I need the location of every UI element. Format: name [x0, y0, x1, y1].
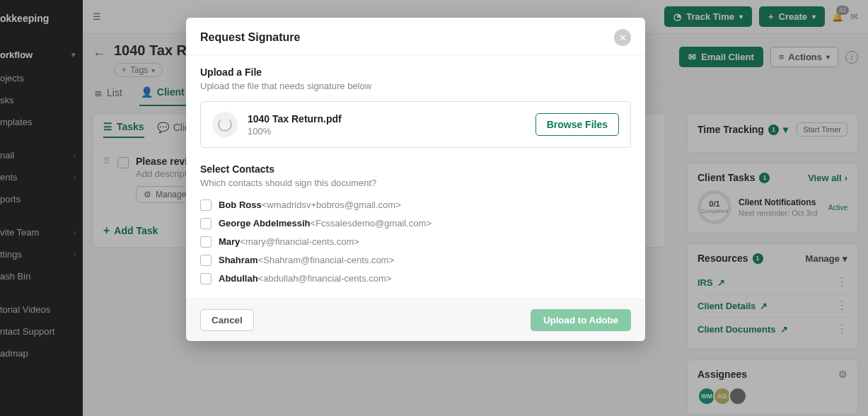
upload-subheading: Upload the file that needs signature bel… — [200, 81, 631, 91]
close-icon: ✕ — [619, 33, 627, 43]
contact-name: Shahram — [219, 255, 258, 265]
contact-item[interactable]: George Abdelmessih<Fcssalesdemo@gmail.co… — [200, 214, 631, 232]
file-upload-box: 1040 Tax Return.pdf 100% Browse Files — [200, 101, 631, 148]
contacts-section: Select Contacts Which contacts should si… — [200, 163, 631, 287]
contacts-subheading: Which contacts should sign this document… — [200, 178, 631, 188]
request-signature-modal: Request Signature ✕ Upload a File Upload… — [186, 18, 645, 341]
modal-footer: Cancel Upload to Adobe — [186, 299, 645, 341]
contact-email: <wmadridsv+bobros@gmail.com> — [262, 200, 401, 210]
contacts-heading: Select Contacts — [200, 163, 631, 175]
modal-header: Request Signature ✕ — [186, 18, 645, 55]
contact-email: <abdullah@financial-cents.com> — [258, 273, 392, 284]
modal-body: Upload a File Upload the file that needs… — [186, 55, 645, 299]
cancel-button[interactable]: Cancel — [200, 309, 254, 331]
contact-item[interactable]: Mary<mary@financial-cents.com> — [200, 232, 631, 250]
close-button[interactable]: ✕ — [614, 29, 631, 46]
contact-item[interactable]: Abdullah<abdullah@financial-cents.com> — [200, 269, 631, 287]
contact-item[interactable]: Shahram<Shahram@financial-cents.com> — [200, 250, 631, 269]
contact-name: Mary — [219, 236, 240, 247]
file-progress: 100% — [248, 126, 342, 137]
upload-to-adobe-button[interactable]: Upload to Adobe — [531, 309, 631, 331]
contact-name: Abdullah — [219, 273, 258, 284]
contact-checkbox[interactable] — [200, 200, 212, 211]
contact-email: <Shahram@financial-cents.com> — [258, 255, 394, 265]
contact-name: George Abdelmessih — [219, 218, 311, 229]
spinner-icon — [212, 112, 238, 137]
contact-email: <Fcssalesdemo@gmail.com> — [311, 218, 432, 229]
contact-checkbox[interactable] — [200, 218, 212, 229]
upload-heading: Upload a File — [200, 67, 631, 78]
contact-checkbox[interactable] — [200, 255, 212, 266]
contact-checkbox[interactable] — [200, 236, 212, 248]
contact-checkbox[interactable] — [200, 273, 212, 284]
modal-title: Request Signature — [200, 31, 300, 44]
contact-name: Bob Ross — [219, 200, 262, 210]
contact-email: <mary@financial-cents.com> — [240, 236, 359, 247]
browse-files-button[interactable]: Browse Files — [536, 113, 619, 136]
contact-item[interactable]: Bob Ross<wmadridsv+bobros@gmail.com> — [200, 195, 631, 214]
file-name: 1040 Tax Return.pdf — [248, 113, 342, 125]
